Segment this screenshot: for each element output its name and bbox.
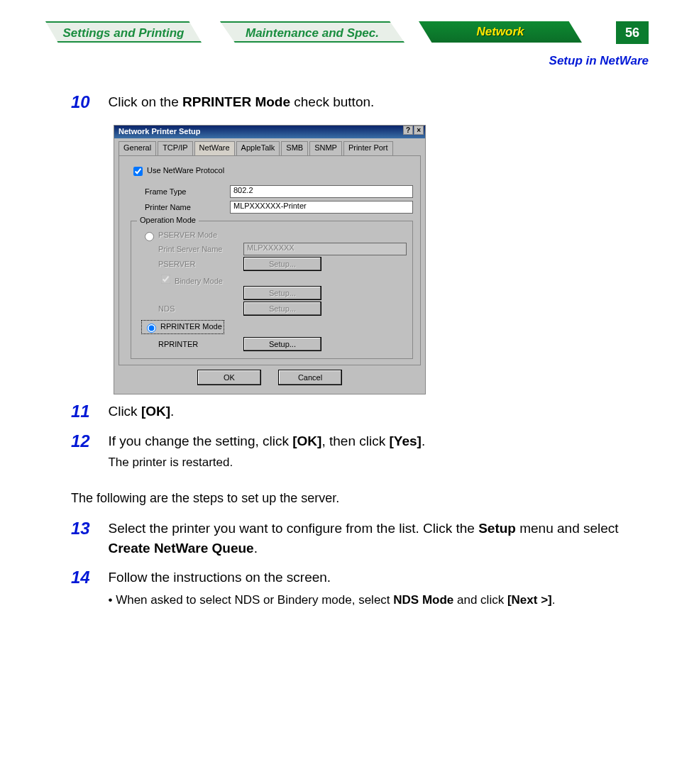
close-button[interactable]: × [414,126,424,135]
bullet-line: • When asked to select NDS or Bindery mo… [108,592,619,609]
cancel-button[interactable]: Cancel [278,370,342,385]
radio-label: PSERVER Mode [158,231,217,239]
step-text: Select the printer you want to configure… [108,519,619,558]
text: and click [453,593,507,607]
bindery-setup-button: Setup... [243,286,321,300]
printer-name-label: Printer Name [145,203,223,211]
step-number: 11 [71,402,105,421]
printer-name-input[interactable]: MLPXXXXXX-Printer [230,201,413,214]
step-12: 12 If you change the setting, click [OK]… [71,431,632,471]
tab-maintenance-spec[interactable]: Maintenance and Spec. [220,21,404,43]
tab-settings-printing[interactable]: Settings and Printing [45,21,202,43]
checkbox-label: Bindery Mode [175,277,223,285]
page-number: 56 [616,21,649,44]
text-bold: [OK] [292,434,321,448]
step-note: The printer is restarted. [108,454,619,472]
frame-type-label: Frame Type [145,187,223,196]
step-text: Follow the instructions on the screen. •… [108,568,619,609]
nds-setup-button: Setup... [243,302,321,316]
checkbox-icon[interactable] [133,167,143,176]
group-title: Operation Mode [137,216,199,224]
tab-tcpip[interactable]: TCP/IP [158,141,192,155]
step-14: 14 Follow the instructions on the screen… [71,568,632,609]
text-bold: RPRINTER Mode [182,94,290,109]
checkbox-label: Use NetWare Protocol [147,166,224,175]
step-text: Click on the RPRINTER Mode check button. [108,92,619,112]
top-nav: Settings and Printing Maintenance and Sp… [35,21,649,45]
pserver-label: PSERVER [158,260,229,268]
text: menu and select [516,521,619,536]
text: • When asked to select NDS or Bindery mo… [108,593,393,607]
text: , then click [321,434,389,448]
dialog-tabs: General TCP/IP NetWare AppleTalk SMB SNM… [119,141,421,155]
dialog-title: Network Printer Setup [119,127,201,136]
dialog-bottom-buttons: OK Cancel [114,370,425,388]
radio-icon[interactable] [145,232,154,241]
pserver-setup-button: Setup... [243,257,321,271]
print-server-name-label: Print Server Name [158,245,229,253]
frame-type-select[interactable]: 802.2 [230,185,413,198]
bindery-mode-checkbox: Bindery Mode [158,272,407,286]
radio-label: RPRINTER Mode [160,322,222,331]
text-bold: [Yes] [389,434,421,448]
text: check button. [290,94,374,109]
text-bold: Setup [478,521,516,536]
pserver-mode-radio[interactable]: PSERVER Mode [141,230,407,241]
text: Click on the [108,94,182,109]
use-netware-checkbox[interactable]: Use NetWare Protocol [131,165,413,178]
step-text: If you change the setting, click [OK], t… [108,431,619,471]
help-button[interactable]: ? [403,126,413,135]
text: Follow the instructions on the screen. [108,570,331,585]
tab-smb[interactable]: SMB [281,141,308,155]
rprinter-mode-radio[interactable]: RPRINTER Mode [141,320,224,334]
tab-netware[interactable]: NetWare [194,141,235,155]
dialog-network-printer-setup: Network Printer Setup ?× General TCP/IP … [114,125,426,394]
text: . [552,593,556,607]
step-text: Click [OK]. [108,402,619,421]
step-number: 12 [71,431,105,451]
tab-general[interactable]: General [119,141,156,155]
step-number: 10 [71,92,105,112]
text: Select the printer you want to configure… [108,521,478,536]
step-10: 10 Click on the RPRINTER Mode check butt… [71,92,632,112]
text: . [170,404,174,419]
checkbox-icon [161,275,170,284]
rprinter-setup-button[interactable]: Setup... [243,337,321,351]
operation-mode-group: Operation Mode PSERVER Mode Print Server… [131,221,413,359]
step-number: 14 [71,568,105,587]
text: If you change the setting, click [108,434,292,448]
dialog-panel: Use NetWare Protocol Frame Type 802.2 Pr… [119,155,421,365]
tab-printerport[interactable]: Printer Port [343,141,393,155]
print-server-name-input: MLPXXXXXX [243,243,407,255]
text-bold: [OK] [141,404,170,419]
text: . [422,434,425,448]
step-11: 11 Click [OK]. [71,402,632,421]
radio-icon[interactable] [147,324,156,333]
tab-network[interactable]: Network [419,21,582,43]
text-bold: NDS Mode [393,593,453,607]
ok-button[interactable]: OK [197,370,261,385]
dialog-titlebar: Network Printer Setup ?× [114,126,425,138]
section-subhead: Setup in NetWare [549,54,649,68]
nds-label: NDS [158,304,229,313]
rprinter-label: RPRINTER [158,340,229,348]
text-bold: [Next >] [507,593,552,607]
text-bold: Create NetWare Queue [108,541,253,556]
tab-snmp[interactable]: SNMP [309,141,342,155]
text: . [254,541,258,556]
tab-appletalk[interactable]: AppleTalk [236,141,280,155]
intro-text: The following are the steps to set up th… [71,491,632,506]
text: Click [108,404,141,419]
step-13: 13 Select the printer you want to config… [71,519,632,558]
page-content: 10 Click on the RPRINTER Mode check butt… [71,92,632,619]
step-number: 13 [71,519,105,539]
